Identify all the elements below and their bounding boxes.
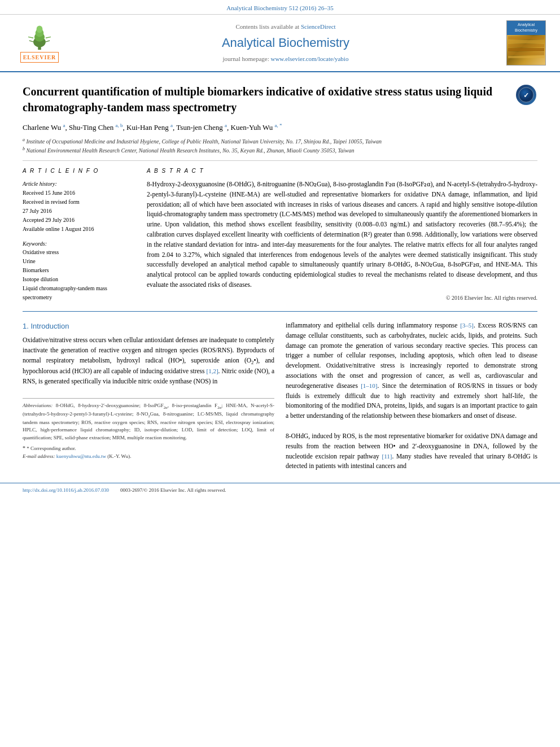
cover-stripe xyxy=(508,52,544,55)
journal-header-center: Contents lists available at ScienceDirec… xyxy=(73,22,498,64)
available-date: Available online 1 August 2016 xyxy=(23,225,135,234)
svg-point-4 xyxy=(37,25,43,33)
body-col-right: inflammatory and epithelial cells during… xyxy=(286,321,537,471)
affil-b-text: National Environmental Health Research C… xyxy=(27,147,355,154)
section-1-col2-paragraph-2: 8-OHdG, induced by ROS, is the most repr… xyxy=(286,431,537,471)
contents-line: Contents lists available at ScienceDirec… xyxy=(73,22,498,32)
author-tsunjen-cheng: Tsun-jen Cheng xyxy=(176,123,225,132)
journal-cover-image: AnalyticalBiochemistry xyxy=(506,20,546,65)
ref-11[interactable]: [11] xyxy=(382,453,392,460)
email-address[interactable]: kuenyuhwu@ntu.edu.tw xyxy=(56,453,106,459)
doi-link[interactable]: http://dx.doi.org/10.1016/j.ab.2016.07.0… xyxy=(23,487,109,495)
copyright-line: © 2016 Elsevier Inc. All rights reserved… xyxy=(147,294,537,302)
cover-title: AnalyticalBiochemistry xyxy=(507,21,545,35)
received-revised-label: Received in revised form xyxy=(23,198,135,207)
author-shuting-chen: Shu-Ting Chen xyxy=(69,123,116,132)
journal-header: ELSEVIER Contents lists available at Sci… xyxy=(0,15,560,72)
cover-stripe xyxy=(508,48,544,51)
article-info-heading: A R T I C L E I N F O xyxy=(23,167,135,175)
footnotes-area: Abbreviations: 8-OHdG, 8-hydroxy-2′-deox… xyxy=(23,398,274,460)
section-1-number: 1. xyxy=(23,322,29,330)
abstract-text: 8-Hydroxy-2-deoxyguanosine (8-OHdG), 8-n… xyxy=(147,180,537,290)
article-history-block: Article history: Received 15 June 2016 R… xyxy=(23,180,135,234)
section-1-col1-paragraph: Oxidative/nitrative stress occurs when c… xyxy=(23,335,274,387)
author-kuihan-peng: Kui-Han Peng xyxy=(126,123,170,132)
journal-reference-banner: Analytical Biochemistry 512 (2016) 26–35 xyxy=(0,0,560,15)
received-revised-date: 27 July 2016 xyxy=(23,207,135,216)
cover-stripe xyxy=(508,40,544,43)
email-label: E-mail address: xyxy=(23,453,55,459)
issn-copyright: 0003-2697/© 2016 Elsevier Inc. All right… xyxy=(120,487,226,495)
section-1-col2-paragraph-1: inflammatory and epithelial cells during… xyxy=(286,321,537,421)
title-section: Concurrent quantification of multiple bi… xyxy=(23,84,537,115)
elsevier-brand-text: ELSEVIER xyxy=(20,52,59,63)
abbrev-label: Abbreviations: xyxy=(23,403,56,408)
abstract-column: A B S T R A C T 8-Hydroxy-2-deoxyguanosi… xyxy=(147,167,537,302)
authors-line: Charlene Wu a, Shu-Ting Chen a, b, Kui-H… xyxy=(23,122,537,133)
journal-title: Analytical Biochemistry xyxy=(73,33,498,52)
received-date: Received 15 June 2016 xyxy=(23,189,135,198)
svg-line-8 xyxy=(46,37,51,38)
history-label: Article history: xyxy=(23,180,135,189)
abstract-heading: A B S T R A C T xyxy=(147,167,537,175)
author-kuenyuh-wu: Kuen-Yuh Wu xyxy=(231,123,275,132)
crossmark-badge[interactable]: ✓ xyxy=(515,84,537,106)
body-col-left: 1. Introduction Oxidative/nitrative stre… xyxy=(23,321,274,471)
keyword-2: Urine xyxy=(23,257,135,266)
homepage-line: journal homepage: www.elsevier.com/locat… xyxy=(73,54,498,64)
keyword-5: Liquid chromatography-tandem massspectro… xyxy=(23,284,135,302)
email-line: E-mail address: kuenyuhwu@ntu.edu.tw (K.… xyxy=(23,453,274,461)
article-info-abstract-columns: A R T I C L E I N F O Article history: R… xyxy=(23,160,537,302)
cover-stripes xyxy=(507,35,545,65)
affiliations-block: a Institute of Occupational Medicine and… xyxy=(23,136,537,155)
elsevier-logo: ELSEVIER xyxy=(20,23,59,63)
bottom-bar: http://dx.doi.org/10.1016/j.ab.2016.07.0… xyxy=(0,483,560,498)
article-info-column: A R T I C L E I N F O Article history: R… xyxy=(23,167,135,302)
accepted-date: Accepted 29 July 2016 xyxy=(23,216,135,225)
keywords-block: Keywords: Oxidative stress Urine Biomark… xyxy=(23,239,135,302)
publisher-logo-area: ELSEVIER xyxy=(11,23,68,63)
cover-stripe xyxy=(508,44,544,47)
sciencedirect-link[interactable]: ScienceDirect xyxy=(301,23,336,30)
affil-a-text: Institute of Occupational Medicine and I… xyxy=(27,138,382,145)
journal-cover-area: AnalyticalBiochemistry xyxy=(504,20,549,65)
crossmark-icon: ✓ xyxy=(516,85,536,105)
keywords-label: Keywords: xyxy=(23,239,135,248)
keyword-1: Oxidative stress xyxy=(23,248,135,257)
keyword-3: Biomarkers xyxy=(23,266,135,275)
body-columns: 1. Introduction Oxidative/nitrative stre… xyxy=(23,321,537,471)
svg-line-7 xyxy=(28,37,33,38)
ref-1-2[interactable]: [1,2] xyxy=(207,368,218,374)
section-1-title: Introduction xyxy=(30,322,69,330)
elsevier-tree-icon xyxy=(23,23,56,51)
ref-3-5[interactable]: [3–5] xyxy=(460,322,474,329)
abbreviations-text: Abbreviations: 8-OHdG, 8-hydroxy-2′-deox… xyxy=(23,402,274,442)
article-content: Concurrent quantification of multiple bi… xyxy=(0,72,560,483)
homepage-url[interactable]: www.elsevier.com/locate/yabio xyxy=(270,55,348,62)
section-1-heading: 1. Introduction xyxy=(23,321,274,332)
svg-text:✓: ✓ xyxy=(523,91,529,99)
email-suffix: (K.-Y. Wu). xyxy=(107,453,131,459)
ref-1-10[interactable]: [1–10] xyxy=(361,382,377,389)
cover-stripe xyxy=(508,36,544,40)
cover-stripe xyxy=(508,56,544,58)
corresponding-author-note: * * Corresponding author. xyxy=(23,444,274,453)
article-title: Concurrent quantification of multiple bi… xyxy=(23,84,515,115)
corresponding-label: * Corresponding author. xyxy=(27,445,76,451)
keyword-4: Isotope dilution xyxy=(23,275,135,284)
section-divider xyxy=(23,311,537,312)
author-charlene-wu: Charlene Wu xyxy=(23,123,63,132)
journal-ref-text: Analytical Biochemistry 512 (2016) 26–35 xyxy=(226,5,333,11)
